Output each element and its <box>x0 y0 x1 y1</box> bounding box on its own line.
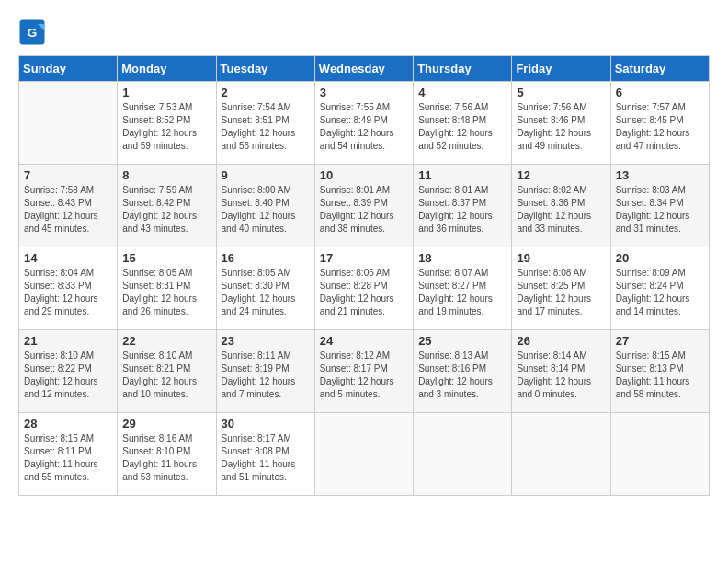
calendar-cell: 24Sunrise: 8:12 AM Sunset: 8:17 PM Dayli… <box>314 330 413 413</box>
calendar-cell: 19Sunrise: 8:08 AM Sunset: 8:25 PM Dayli… <box>512 247 610 330</box>
day-info: Sunrise: 8:04 AM Sunset: 8:33 PM Dayligh… <box>24 267 112 318</box>
day-header-wednesday: Wednesday <box>314 56 413 82</box>
calendar-cell <box>512 413 610 496</box>
day-header-monday: Monday <box>118 56 216 82</box>
day-info: Sunrise: 8:05 AM Sunset: 8:31 PM Dayligh… <box>122 267 210 318</box>
day-info: Sunrise: 8:07 AM Sunset: 8:27 PM Dayligh… <box>418 267 506 318</box>
calendar-cell: 6Sunrise: 7:57 AM Sunset: 8:45 PM Daylig… <box>610 82 709 165</box>
day-number: 7 <box>24 168 112 182</box>
day-header-tuesday: Tuesday <box>216 56 314 82</box>
day-header-sunday: Sunday <box>19 56 118 82</box>
calendar-cell <box>19 82 118 165</box>
day-info: Sunrise: 8:15 AM Sunset: 8:13 PM Dayligh… <box>616 350 704 401</box>
svg-text:G: G <box>28 26 38 40</box>
calendar-header-row: SundayMondayTuesdayWednesdayThursdayFrid… <box>19 56 710 82</box>
day-info: Sunrise: 7:59 AM Sunset: 8:42 PM Dayligh… <box>122 184 210 236</box>
day-number: 4 <box>418 86 506 99</box>
calendar-week-row: 21Sunrise: 8:10 AM Sunset: 8:22 PM Dayli… <box>19 330 710 413</box>
day-number: 5 <box>517 86 605 99</box>
day-info: Sunrise: 8:06 AM Sunset: 8:28 PM Dayligh… <box>320 267 408 318</box>
day-info: Sunrise: 8:09 AM Sunset: 8:24 PM Dayligh… <box>616 267 704 318</box>
calendar-cell <box>314 413 413 496</box>
day-number: 12 <box>517 168 605 182</box>
day-number: 3 <box>320 86 408 99</box>
calendar-cell: 9Sunrise: 8:00 AM Sunset: 8:40 PM Daylig… <box>216 165 314 247</box>
calendar-cell: 14Sunrise: 8:04 AM Sunset: 8:33 PM Dayli… <box>19 247 118 330</box>
day-info: Sunrise: 7:53 AM Sunset: 8:52 PM Dayligh… <box>122 101 210 153</box>
day-info: Sunrise: 7:56 AM Sunset: 8:48 PM Dayligh… <box>418 101 506 153</box>
calendar-cell: 12Sunrise: 8:02 AM Sunset: 8:36 PM Dayli… <box>512 165 610 247</box>
calendar-cell: 25Sunrise: 8:13 AM Sunset: 8:16 PM Dayli… <box>414 330 512 413</box>
calendar-cell: 27Sunrise: 8:15 AM Sunset: 8:13 PM Dayli… <box>610 330 709 413</box>
calendar-cell: 20Sunrise: 8:09 AM Sunset: 8:24 PM Dayli… <box>610 247 709 330</box>
logo: G <box>18 18 50 46</box>
day-number: 21 <box>24 334 112 348</box>
day-info: Sunrise: 8:12 AM Sunset: 8:17 PM Dayligh… <box>320 350 408 401</box>
day-number: 18 <box>418 251 506 265</box>
day-number: 14 <box>24 251 112 265</box>
day-number: 1 <box>122 86 210 99</box>
day-info: Sunrise: 8:16 AM Sunset: 8:10 PM Dayligh… <box>122 432 210 484</box>
day-info: Sunrise: 8:00 AM Sunset: 8:40 PM Dayligh… <box>222 184 310 236</box>
calendar-week-row: 7Sunrise: 7:58 AM Sunset: 8:43 PM Daylig… <box>19 165 710 247</box>
calendar-cell: 28Sunrise: 8:15 AM Sunset: 8:11 PM Dayli… <box>19 413 118 496</box>
day-number: 23 <box>222 334 310 348</box>
calendar-week-row: 28Sunrise: 8:15 AM Sunset: 8:11 PM Dayli… <box>19 413 710 496</box>
day-info: Sunrise: 7:56 AM Sunset: 8:46 PM Dayligh… <box>517 101 605 153</box>
calendar-week-row: 14Sunrise: 8:04 AM Sunset: 8:33 PM Dayli… <box>19 247 710 330</box>
day-number: 9 <box>222 168 310 182</box>
calendar-cell: 5Sunrise: 7:56 AM Sunset: 8:46 PM Daylig… <box>512 82 610 165</box>
day-info: Sunrise: 8:14 AM Sunset: 8:14 PM Dayligh… <box>517 350 605 401</box>
calendar-cell: 8Sunrise: 7:59 AM Sunset: 8:42 PM Daylig… <box>118 165 216 247</box>
day-number: 24 <box>320 334 408 348</box>
day-number: 15 <box>122 251 210 265</box>
calendar-cell: 17Sunrise: 8:06 AM Sunset: 8:28 PM Dayli… <box>314 247 413 330</box>
day-number: 17 <box>320 251 408 265</box>
day-number: 8 <box>122 168 210 182</box>
day-number: 26 <box>517 334 605 348</box>
calendar-cell: 23Sunrise: 8:11 AM Sunset: 8:19 PM Dayli… <box>216 330 314 413</box>
day-number: 19 <box>517 251 605 265</box>
day-number: 16 <box>222 251 310 265</box>
day-info: Sunrise: 7:54 AM Sunset: 8:51 PM Dayligh… <box>222 101 310 153</box>
day-number: 11 <box>418 168 506 182</box>
day-info: Sunrise: 8:03 AM Sunset: 8:34 PM Dayligh… <box>616 184 704 236</box>
day-info: Sunrise: 8:11 AM Sunset: 8:19 PM Dayligh… <box>222 350 310 401</box>
day-info: Sunrise: 8:10 AM Sunset: 8:21 PM Dayligh… <box>122 350 210 401</box>
day-number: 10 <box>320 168 408 182</box>
day-number: 29 <box>122 417 210 431</box>
day-info: Sunrise: 8:17 AM Sunset: 8:08 PM Dayligh… <box>222 432 310 484</box>
calendar-cell: 26Sunrise: 8:14 AM Sunset: 8:14 PM Dayli… <box>512 330 610 413</box>
calendar-week-row: 1Sunrise: 7:53 AM Sunset: 8:52 PM Daylig… <box>19 82 710 165</box>
day-number: 27 <box>616 334 704 348</box>
page-header: G <box>18 18 710 46</box>
calendar-cell: 11Sunrise: 8:01 AM Sunset: 8:37 PM Dayli… <box>414 165 512 247</box>
calendar-cell: 4Sunrise: 7:56 AM Sunset: 8:48 PM Daylig… <box>414 82 512 165</box>
calendar-cell: 2Sunrise: 7:54 AM Sunset: 8:51 PM Daylig… <box>216 82 314 165</box>
calendar-cell: 16Sunrise: 8:05 AM Sunset: 8:30 PM Dayli… <box>216 247 314 330</box>
calendar-cell: 1Sunrise: 7:53 AM Sunset: 8:52 PM Daylig… <box>118 82 216 165</box>
day-number: 6 <box>616 86 704 99</box>
day-info: Sunrise: 8:05 AM Sunset: 8:30 PM Dayligh… <box>222 267 310 318</box>
calendar-cell: 3Sunrise: 7:55 AM Sunset: 8:49 PM Daylig… <box>314 82 413 165</box>
calendar-cell: 21Sunrise: 8:10 AM Sunset: 8:22 PM Dayli… <box>19 330 118 413</box>
day-header-thursday: Thursday <box>414 56 512 82</box>
calendar-cell: 10Sunrise: 8:01 AM Sunset: 8:39 PM Dayli… <box>314 165 413 247</box>
day-header-saturday: Saturday <box>610 56 709 82</box>
calendar-cell: 18Sunrise: 8:07 AM Sunset: 8:27 PM Dayli… <box>414 247 512 330</box>
day-number: 28 <box>24 417 112 431</box>
day-number: 13 <box>616 168 704 182</box>
day-info: Sunrise: 8:01 AM Sunset: 8:37 PM Dayligh… <box>418 184 506 236</box>
calendar-cell: 22Sunrise: 8:10 AM Sunset: 8:21 PM Dayli… <box>118 330 216 413</box>
calendar-table: SundayMondayTuesdayWednesdayThursdayFrid… <box>18 55 710 496</box>
day-info: Sunrise: 7:55 AM Sunset: 8:49 PM Dayligh… <box>320 101 408 153</box>
calendar-cell <box>610 413 709 496</box>
calendar-cell <box>414 413 512 496</box>
day-info: Sunrise: 8:02 AM Sunset: 8:36 PM Dayligh… <box>517 184 605 236</box>
day-info: Sunrise: 8:13 AM Sunset: 8:16 PM Dayligh… <box>418 350 506 401</box>
logo-icon: G <box>18 18 46 46</box>
calendar-cell: 29Sunrise: 8:16 AM Sunset: 8:10 PM Dayli… <box>118 413 216 496</box>
calendar-cell: 30Sunrise: 8:17 AM Sunset: 8:08 PM Dayli… <box>216 413 314 496</box>
day-number: 20 <box>616 251 704 265</box>
day-info: Sunrise: 7:58 AM Sunset: 8:43 PM Dayligh… <box>24 184 112 236</box>
